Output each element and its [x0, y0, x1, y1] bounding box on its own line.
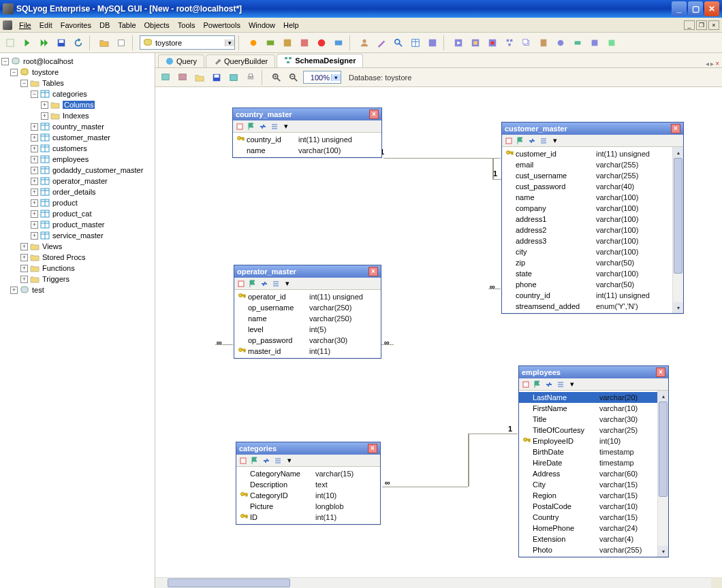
table-column-row[interactable]: streamsend_addedenum('Y','N'): [502, 301, 672, 312]
menu-objects[interactable]: Objects: [140, 20, 174, 31]
tree-twist[interactable]: +: [20, 265, 28, 272]
table-column-row[interactable]: PostalCodevarchar(10): [519, 501, 657, 512]
tb-extra-button-1[interactable]: [587, 35, 602, 50]
mini-link-icon[interactable]: [258, 122, 268, 131]
database-selector[interactable]: toystore ▾: [140, 35, 235, 50]
tree-functions-folder[interactable]: +Functions: [20, 263, 155, 274]
mini-copy-icon[interactable]: [238, 456, 248, 466]
zoom-selector[interactable]: 100% ▾: [303, 71, 341, 84]
table-column-row[interactable]: Extensionvarchar(4): [519, 534, 657, 544]
mini-flag-icon[interactable]: [248, 279, 257, 289]
mini-chevron-down-icon[interactable]: ▾: [281, 122, 291, 131]
tb-restore-button[interactable]: [297, 35, 312, 50]
tablewin-close-button[interactable]: ×: [656, 368, 665, 377]
tablewin-operator-master[interactable]: operator_master × ▾ operator_idint(11) u…: [234, 265, 381, 359]
table-column-row[interactable]: TitleOfCourtesyvarchar(25): [519, 425, 657, 436]
tree-twist[interactable]: +: [31, 210, 38, 218]
tab-schemadesigner[interactable]: SchemaDesigner: [277, 54, 363, 67]
table-column-row[interactable]: Titlevarchar(30): [519, 414, 657, 425]
tb-tabledata-button[interactable]: [408, 35, 423, 50]
table-column-row[interactable]: cust_passwordvarchar(40): [502, 181, 672, 192]
table-column-row[interactable]: address3varchar(100): [502, 235, 672, 246]
table-column-row[interactable]: levelint(5): [234, 324, 381, 335]
tab-close-button[interactable]: ×: [715, 60, 719, 67]
scroll-up-icon[interactable]: ▴: [673, 147, 683, 158]
tablewin-employees[interactable]: employees × ▾ LastNamevarchar(20)FirstNa…: [518, 365, 669, 557]
tablewin-customer-master[interactable]: customer_master × ▾ customer_idint(11) u…: [501, 122, 684, 314]
tb-execute-button[interactable]: [20, 35, 35, 50]
window-maximize-button[interactable]: ▢: [688, 1, 703, 16]
table-column-row[interactable]: zipvarchar(50): [502, 257, 672, 268]
window-minimize-button[interactable]: _: [672, 1, 687, 16]
tablewin-close-button[interactable]: ×: [368, 444, 377, 453]
scroll-thumb[interactable]: [659, 402, 668, 497]
table-column-row[interactable]: Regionvarchar(15): [519, 490, 657, 501]
mini-list-icon[interactable]: [556, 380, 565, 389]
tablewin-categories[interactable]: categories × ▾ CategoryNamevarchar(15)De…: [236, 442, 381, 525]
tb-backup-button[interactable]: [280, 35, 295, 50]
tree-storedprocs-folder[interactable]: +Stored Procs: [20, 252, 155, 263]
mdi-close-button[interactable]: ×: [708, 20, 719, 30]
tb-export-button[interactable]: [451, 35, 466, 50]
mini-copy-icon[interactable]: [236, 279, 246, 289]
table-column-row[interactable]: cityvarchar(100): [502, 246, 672, 257]
tb-import-button[interactable]: [468, 35, 483, 50]
table-column-row[interactable]: cust_usernamevarchar(255): [502, 170, 672, 181]
tablewin-titlebar[interactable]: operator_master ×: [234, 265, 381, 278]
tree-twist[interactable]: +: [20, 243, 28, 250]
dtb-remove-table-button[interactable]: [175, 70, 190, 85]
table-column-row[interactable]: companyvarchar(100): [502, 203, 672, 214]
tree-table-item[interactable]: +customer_master: [31, 132, 155, 143]
tree-table-item[interactable]: +product_master: [31, 219, 155, 230]
mini-copy-icon[interactable]: [504, 136, 514, 146]
tree-twist[interactable]: +: [20, 254, 28, 261]
tb-user-button[interactable]: [357, 35, 372, 50]
mini-link-icon[interactable]: [260, 279, 269, 289]
mini-flag-icon[interactable]: [247, 122, 256, 131]
tb-execute-all-button[interactable]: [37, 35, 52, 50]
table-column-row[interactable]: Picturelongblob: [236, 501, 380, 512]
table-column-row[interactable]: Countryvarchar(15): [519, 512, 657, 523]
tree-table-item[interactable]: +country_master: [31, 121, 155, 132]
tb-schema-button[interactable]: [502, 35, 517, 50]
dtb-image-button[interactable]: [226, 70, 241, 85]
table-column-row[interactable]: HireDatetimestamp: [519, 457, 657, 468]
table-column-row[interactable]: customer_idint(11) unsigned: [502, 148, 672, 159]
menu-powertools[interactable]: Powertools: [200, 20, 245, 31]
scroll-down-icon[interactable]: ▾: [673, 302, 683, 313]
menu-db[interactable]: DB: [95, 20, 114, 31]
table-column-row[interactable]: emailvarchar(255): [502, 159, 672, 170]
dtb-save-button[interactable]: [209, 70, 224, 85]
tree-twist[interactable]: −: [31, 91, 38, 98]
tree-twist[interactable]: +: [20, 276, 28, 283]
tb-paste-button[interactable]: [536, 35, 551, 50]
table-column-row[interactable]: CategoryNamevarchar(15): [236, 468, 380, 479]
tree-triggers-folder[interactable]: +Triggers: [20, 274, 155, 284]
tablewin-close-button[interactable]: ×: [671, 124, 680, 133]
scroll-thumb[interactable]: [674, 158, 682, 274]
tab-scroll-left[interactable]: ◂: [706, 60, 709, 67]
mdi-restore-button[interactable]: ❐: [696, 20, 707, 30]
tree-table-item[interactable]: +customers: [31, 143, 155, 154]
menu-tools[interactable]: Tools: [174, 20, 200, 31]
table-column-row[interactable]: EmployeeIDint(10): [519, 436, 657, 446]
mini-copy-icon[interactable]: [521, 380, 531, 389]
mini-list-icon[interactable]: [539, 136, 548, 146]
menu-window[interactable]: Window: [245, 20, 279, 31]
dtb-zoom-out-button[interactable]: [286, 70, 301, 85]
tree-db-toystore[interactable]: − toystore: [10, 67, 155, 78]
mini-chevron-down-icon[interactable]: ▾: [283, 279, 292, 289]
mini-list-icon[interactable]: [273, 456, 283, 466]
tab-query[interactable]: Query: [158, 54, 204, 67]
tree-twist[interactable]: −: [10, 69, 18, 76]
tree-twist[interactable]: +: [41, 112, 48, 120]
tb-save-button[interactable]: [54, 35, 69, 50]
tree-views-folder[interactable]: +Views: [20, 241, 155, 252]
tb-copy-button[interactable]: [519, 35, 534, 50]
canvas-hscrollbar[interactable]: [155, 577, 711, 588]
tree-twist[interactable]: +: [31, 134, 38, 142]
table-column-row[interactable]: FirstNamevarchar(10): [519, 403, 657, 414]
tree-twist[interactable]: +: [31, 167, 38, 174]
tablewin-titlebar[interactable]: country_master ×: [233, 108, 381, 120]
tree-indexes-folder[interactable]: + Indexes: [41, 110, 155, 121]
